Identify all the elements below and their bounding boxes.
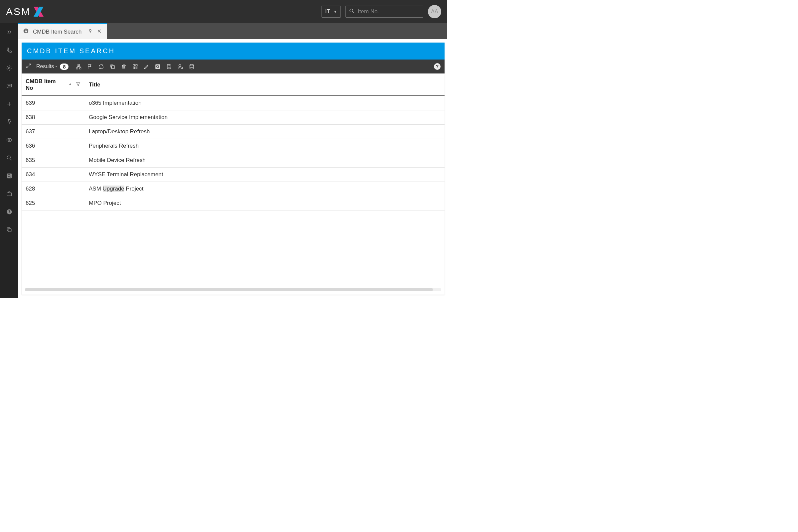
panel-title: CMDB ITEM SEARCH bbox=[22, 42, 444, 59]
sidebar-item-eye[interactable] bbox=[0, 131, 18, 149]
sidebar-item-search-doc[interactable] bbox=[0, 167, 18, 185]
column-header-title[interactable]: Title bbox=[85, 74, 444, 96]
scrollbar-thumb[interactable] bbox=[25, 288, 433, 291]
table-row[interactable]: 638Google Service Implementation bbox=[22, 110, 444, 125]
svg-rect-23 bbox=[136, 64, 137, 66]
horizontal-scrollbar[interactable] bbox=[25, 288, 441, 291]
grid-settings-icon[interactable] bbox=[132, 63, 138, 70]
table-row[interactable]: 635Mobile Device Refresh bbox=[22, 153, 444, 168]
user-search-icon[interactable] bbox=[177, 63, 184, 70]
sidebar-item-settings[interactable] bbox=[0, 59, 18, 77]
app-logo: ASM bbox=[6, 6, 44, 18]
global-search-input[interactable] bbox=[358, 8, 420, 15]
svg-rect-12 bbox=[7, 193, 11, 196]
column-header-no[interactable]: CMDB Item No bbox=[22, 74, 85, 96]
column-header-title-label: Title bbox=[89, 81, 100, 88]
sidebar-item-copy[interactable] bbox=[0, 221, 18, 239]
table-row[interactable]: 625MPO Project bbox=[22, 196, 444, 210]
database-icon[interactable] bbox=[188, 63, 195, 70]
sidebar-item-chat[interactable] bbox=[0, 77, 18, 95]
avatar-initials: AA bbox=[431, 8, 438, 15]
svg-point-28 bbox=[179, 64, 181, 66]
panel: CMDB ITEM SEARCH Results - 8 bbox=[22, 42, 444, 294]
logo-x-icon bbox=[33, 6, 44, 18]
workspace-dropdown[interactable]: IT ▼ bbox=[322, 6, 341, 18]
tab-strip: CMDB Item Search bbox=[18, 23, 447, 39]
cell-item-no: 639 bbox=[22, 96, 85, 110]
workspace-dropdown-value: IT bbox=[325, 8, 330, 15]
search-square-icon[interactable] bbox=[154, 63, 161, 70]
cell-title: Google Service Implementation bbox=[85, 110, 444, 125]
pin-icon[interactable] bbox=[88, 28, 93, 36]
sort-desc-icon[interactable] bbox=[68, 81, 72, 88]
tab-cmdb-search[interactable]: CMDB Item Search bbox=[18, 23, 107, 39]
svg-text:?: ? bbox=[8, 210, 10, 213]
cube-icon bbox=[23, 28, 29, 36]
svg-line-3 bbox=[353, 12, 354, 13]
svg-rect-24 bbox=[133, 67, 135, 69]
svg-point-9 bbox=[7, 156, 10, 159]
cell-title: ASM Upgrade Project bbox=[85, 182, 444, 196]
cell-item-no: 628 bbox=[22, 182, 85, 196]
svg-rect-18 bbox=[78, 64, 79, 65]
flag-icon[interactable] bbox=[87, 63, 93, 70]
edit-icon[interactable] bbox=[143, 63, 150, 70]
cell-item-no: 625 bbox=[22, 196, 85, 210]
logo-text: ASM bbox=[6, 6, 31, 17]
expand-icon[interactable] bbox=[25, 63, 32, 70]
top-bar: ASM IT ▼ AA bbox=[0, 0, 447, 23]
results-text: Results - bbox=[36, 63, 57, 70]
close-icon[interactable] bbox=[96, 28, 102, 36]
svg-point-17 bbox=[90, 29, 92, 31]
table-row[interactable]: 634WYSE Terminal Replacement bbox=[22, 168, 444, 182]
global-search[interactable] bbox=[345, 6, 423, 18]
content-area: CMDB Item Search CMDB ITEM SEARCH bbox=[18, 23, 447, 298]
hierarchy-icon[interactable] bbox=[75, 63, 82, 70]
sidebar-item-phone[interactable] bbox=[0, 41, 18, 59]
sidebar: ? bbox=[0, 23, 18, 298]
results-table-wrap: CMDB Item No bbox=[22, 74, 444, 286]
results-label: Results - 8 bbox=[36, 63, 69, 70]
cell-item-no: 638 bbox=[22, 110, 85, 125]
table-row[interactable]: 639o365 Implementation bbox=[22, 96, 444, 110]
cell-title: Peripherals Refresh bbox=[85, 139, 444, 153]
refresh-icon[interactable] bbox=[98, 63, 104, 70]
clone-icon[interactable] bbox=[109, 63, 116, 70]
sidebar-item-briefcase[interactable] bbox=[0, 185, 18, 203]
sidebar-item-help[interactable]: ? bbox=[0, 203, 18, 221]
avatar[interactable]: AA bbox=[428, 5, 441, 18]
cell-item-no: 636 bbox=[22, 139, 85, 153]
results-table: CMDB Item No bbox=[22, 74, 444, 210]
sidebar-item-search[interactable] bbox=[0, 149, 18, 167]
svg-point-7 bbox=[10, 86, 10, 86]
svg-point-2 bbox=[350, 9, 353, 12]
table-row[interactable]: 636Peripherals Refresh bbox=[22, 139, 444, 153]
svg-rect-15 bbox=[8, 229, 11, 232]
cell-item-no: 635 bbox=[22, 153, 85, 168]
search-icon bbox=[349, 8, 355, 15]
sidebar-item-add[interactable] bbox=[0, 95, 18, 113]
cell-title: MPO Project bbox=[85, 196, 444, 210]
svg-point-30 bbox=[190, 64, 193, 66]
svg-rect-22 bbox=[133, 64, 135, 66]
svg-point-4 bbox=[8, 68, 10, 69]
sidebar-item-pin[interactable] bbox=[0, 113, 18, 131]
table-row[interactable]: 637Laptop/Desktop Refresh bbox=[22, 125, 444, 139]
svg-rect-21 bbox=[111, 65, 114, 69]
results-toolbar: Results - 8 bbox=[22, 59, 444, 74]
table-row[interactable]: 628ASM Upgrade Project bbox=[22, 182, 444, 196]
help-icon[interactable]: ? bbox=[434, 63, 440, 70]
svg-rect-26 bbox=[155, 64, 160, 69]
trash-icon[interactable] bbox=[120, 63, 127, 70]
cell-title: o365 Implementation bbox=[85, 96, 444, 110]
svg-point-25 bbox=[136, 67, 137, 69]
sidebar-expand[interactable] bbox=[0, 23, 18, 41]
results-count-badge: 8 bbox=[60, 63, 69, 70]
svg-point-6 bbox=[9, 86, 9, 86]
cell-item-no: 637 bbox=[22, 125, 85, 139]
svg-point-8 bbox=[8, 139, 10, 141]
svg-rect-19 bbox=[76, 68, 78, 69]
cell-title: Mobile Device Refresh bbox=[85, 153, 444, 168]
filter-icon[interactable] bbox=[75, 81, 81, 89]
save-icon[interactable] bbox=[166, 63, 172, 70]
